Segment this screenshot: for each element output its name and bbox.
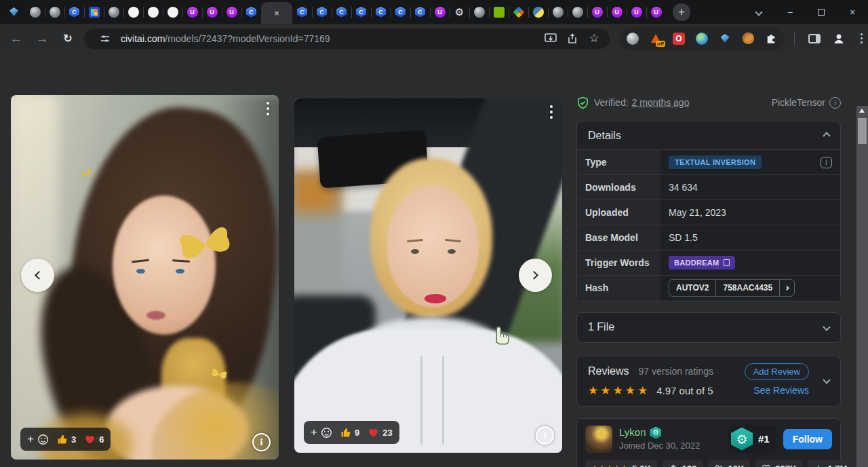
tab-search-icon[interactable] bbox=[743, 0, 774, 24]
uchan-favicon: U bbox=[631, 7, 642, 18]
restore-button[interactable] bbox=[806, 0, 837, 24]
uploaded-value: May 21, 2023 bbox=[660, 200, 840, 225]
close-button[interactable]: × bbox=[837, 0, 868, 24]
extension-flame-off-icon[interactable]: off bbox=[649, 32, 663, 45]
tab-diamond[interactable] bbox=[509, 4, 528, 20]
creator-stats: ★★★★★ 5.0K 198 10K 23 bbox=[585, 460, 832, 467]
files-header[interactable]: 1 File bbox=[577, 313, 840, 342]
tab-uchan[interactable]: U bbox=[646, 4, 666, 20]
browser-menu-icon[interactable] bbox=[854, 30, 868, 48]
tab-civitai[interactable]: C bbox=[332, 4, 351, 20]
minimize-button[interactable]: − bbox=[774, 0, 806, 24]
creator-card: Lykon ⚙ Joined Dec 30, 2022 ⚙ #1 Follow bbox=[576, 418, 841, 467]
upload-icon bbox=[669, 464, 678, 467]
extension-gem-icon[interactable] bbox=[718, 32, 732, 45]
tab-civitai[interactable]: C bbox=[410, 4, 430, 20]
type-info-icon[interactable]: i bbox=[821, 157, 832, 168]
add-review-button[interactable]: Add Review bbox=[745, 363, 809, 380]
active-tab[interactable]: × bbox=[261, 2, 292, 24]
pinned-tab-gem-icon[interactable] bbox=[9, 7, 18, 16]
carousel-prev-button[interactable] bbox=[21, 259, 54, 292]
tab-github[interactable] bbox=[163, 4, 182, 20]
address-bar[interactable]: civitai.com/models/72437?modelVersionId=… bbox=[84, 29, 610, 49]
creator-avatar[interactable] bbox=[585, 426, 612, 453]
site-settings-icon[interactable] bbox=[96, 30, 114, 48]
tab-uchan[interactable]: U bbox=[202, 4, 222, 20]
reload-button[interactable]: ↻ bbox=[58, 29, 77, 48]
extension-opera-icon[interactable]: O bbox=[672, 32, 686, 45]
tab-uchan[interactable]: U bbox=[222, 4, 241, 20]
add-reaction-button[interactable]: + bbox=[311, 426, 332, 439]
tab-civitai[interactable]: C bbox=[241, 4, 261, 20]
tab-uchan[interactable]: U bbox=[182, 4, 202, 20]
extension-cookie-icon[interactable] bbox=[741, 32, 755, 45]
tab-globe[interactable] bbox=[469, 4, 489, 20]
smiley-icon bbox=[37, 434, 49, 445]
back-button[interactable]: ← bbox=[7, 29, 26, 48]
creator-verified-badge-icon: ⚙ bbox=[650, 426, 661, 438]
thumbs-up-button[interactable]: 9 bbox=[340, 427, 359, 438]
image-options-menu[interactable] bbox=[267, 102, 269, 115]
share-icon[interactable] bbox=[564, 30, 581, 48]
split-view-icon[interactable] bbox=[806, 30, 823, 48]
new-tab-button[interactable]: + bbox=[673, 3, 690, 21]
model-side-panel: Verified: 2 months ago PickleTensor i De… bbox=[576, 95, 841, 467]
tab-civitai[interactable]: C bbox=[64, 4, 84, 20]
format-info-icon[interactable]: i bbox=[829, 97, 841, 109]
extension-globe-icon[interactable] bbox=[626, 32, 639, 45]
tab-nvidia[interactable] bbox=[489, 4, 509, 20]
tab-strip: CUUUC×CCCCCCCU⚙UUUU + − × bbox=[0, 0, 868, 24]
tab-globe[interactable] bbox=[568, 4, 587, 20]
uchan-favicon: U bbox=[435, 7, 446, 18]
page-scrollbar[interactable] bbox=[856, 106, 868, 467]
extensions-puzzle-icon[interactable] bbox=[764, 32, 778, 45]
carousel-next-button[interactable] bbox=[519, 259, 552, 292]
tab-civitai[interactable]: C bbox=[312, 4, 332, 20]
tab-github[interactable] bbox=[123, 4, 143, 20]
add-reaction-button[interactable]: + bbox=[27, 432, 49, 446]
heart-button[interactable]: 6 bbox=[84, 434, 104, 445]
image-info-button[interactable]: i bbox=[536, 426, 554, 445]
tab-close-icon[interactable]: × bbox=[274, 9, 279, 18]
extension-earth-icon[interactable] bbox=[695, 32, 709, 45]
tab-civitai[interactable]: C bbox=[292, 4, 312, 20]
profile-avatar-icon[interactable] bbox=[830, 30, 848, 48]
thumbs-up-button[interactable]: 3 bbox=[57, 434, 76, 445]
url-text[interactable]: civitai.com/models/72437?modelVersionId=… bbox=[121, 33, 538, 44]
tab-civitai[interactable]: C bbox=[351, 4, 371, 20]
forward-button[interactable]: → bbox=[33, 29, 52, 48]
verified-time-link[interactable]: 2 months ago bbox=[632, 97, 690, 108]
see-reviews-link[interactable]: See Reviews bbox=[753, 385, 809, 396]
creator-name-link[interactable]: Lykon ⚙ bbox=[619, 426, 700, 439]
diamond-favicon bbox=[513, 6, 524, 18]
tab-uchan[interactable]: U bbox=[430, 4, 450, 20]
image-options-menu[interactable] bbox=[550, 105, 553, 119]
image-info-button[interactable]: i bbox=[252, 433, 271, 451]
hash-control[interactable]: AUTOV2 758AAC4435 bbox=[669, 279, 795, 297]
follow-button[interactable]: Follow bbox=[783, 429, 832, 449]
github-favicon bbox=[167, 7, 178, 18]
tab-store[interactable] bbox=[84, 4, 104, 20]
tab-globe[interactable] bbox=[548, 4, 568, 20]
scroll-up-arrow[interactable] bbox=[859, 109, 865, 113]
tab-globe[interactable] bbox=[25, 4, 45, 20]
install-icon[interactable] bbox=[542, 30, 559, 48]
tab-civitai[interactable]: C bbox=[371, 4, 391, 20]
tab-github[interactable] bbox=[143, 4, 163, 20]
trigger-word-badge[interactable]: BADDREAM bbox=[669, 256, 735, 269]
tab-uchan[interactable]: U bbox=[627, 4, 646, 20]
hash-value[interactable]: 758AAC4435 bbox=[715, 280, 779, 296]
tab-globe[interactable] bbox=[104, 4, 123, 20]
tab-python[interactable] bbox=[528, 4, 548, 20]
scrollbar-thumb[interactable] bbox=[858, 118, 867, 144]
bookmark-star-icon[interactable]: ☆ bbox=[585, 30, 603, 48]
tab-uchan[interactable]: U bbox=[607, 4, 627, 20]
tab-gear[interactable]: ⚙ bbox=[450, 4, 469, 20]
details-header[interactable]: Details bbox=[577, 122, 840, 149]
tab-uchan[interactable]: U bbox=[587, 4, 607, 20]
tab-civitai[interactable]: C bbox=[391, 4, 410, 20]
heart-button[interactable]: 23 bbox=[368, 428, 392, 438]
tab-globe[interactable] bbox=[45, 4, 64, 20]
copy-icon[interactable] bbox=[724, 259, 730, 266]
hash-next-button[interactable] bbox=[779, 280, 794, 296]
